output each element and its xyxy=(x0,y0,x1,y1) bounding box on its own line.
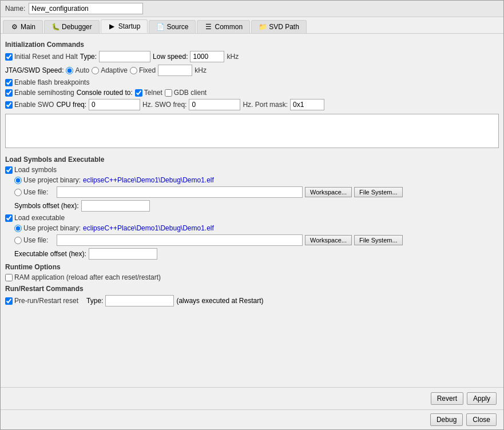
tab-startup-label: Startup xyxy=(118,22,141,30)
tabs-bar: ⚙ Main 🐛 Debugger ▶ Startup 📄 Source ☰ C… xyxy=(1,17,503,34)
use-file1-row: Use file: Workspace... File System... xyxy=(14,186,499,198)
file2-input[interactable] xyxy=(57,234,303,246)
run-restart-title: Run/Restart Commands xyxy=(5,285,499,293)
workspace1-button[interactable]: Workspace... xyxy=(305,187,352,197)
executable-offset-row: Executable offset (hex): xyxy=(14,248,499,260)
enable-swo-checkbox[interactable] xyxy=(5,101,13,109)
hz2-label: Hz. Port mask: xyxy=(243,101,288,109)
enable-semihosting-label: Enable semihosting xyxy=(5,89,74,97)
run-type-input[interactable] xyxy=(105,295,174,306)
pre-run-checkbox[interactable] xyxy=(5,297,13,305)
low-speed-input[interactable] xyxy=(190,51,224,62)
load-executable-checkbox[interactable] xyxy=(5,214,13,222)
common-icon: ☰ xyxy=(204,23,212,31)
use-project-binary1-label: Use project binary: xyxy=(14,176,81,184)
tab-common-label: Common xyxy=(215,23,243,31)
fixed-radio-label: Fixed xyxy=(130,66,156,74)
load-symbols-title: Load Symbols and Executable xyxy=(5,156,499,164)
name-label: Name: xyxy=(5,5,25,13)
use-project-binary2-label: Use project binary: xyxy=(14,224,81,232)
symbols-offset-label: Symbols offset (hex): xyxy=(14,202,79,210)
executable-offset-label: Executable offset (hex): xyxy=(14,250,86,258)
use-project-binary1-radio[interactable] xyxy=(14,177,22,184)
ram-app-checkbox[interactable] xyxy=(5,274,13,281)
tab-source[interactable]: 📄 Source xyxy=(149,20,196,33)
pre-run-row: Pre-run/Restart reset Type: (always exec… xyxy=(5,295,499,306)
init-commands-textarea[interactable] xyxy=(5,114,499,148)
debugger-icon: 🐛 xyxy=(51,23,59,31)
tab-source-label: Source xyxy=(166,23,188,31)
use-project-binary1-row: Use project binary: eclipseC++Place\Demo… xyxy=(14,176,499,184)
tab-startup[interactable]: ▶ Startup xyxy=(101,19,148,33)
always-label: (always executed at Restart) xyxy=(176,297,263,305)
use-project-binary2-radio[interactable] xyxy=(14,225,22,232)
symbols-offset-input[interactable] xyxy=(81,200,150,212)
enable-swo-row: Enable SWO CPU freq: Hz. SWO freq: Hz. P… xyxy=(5,99,499,110)
tab-common[interactable]: ☰ Common xyxy=(197,20,250,33)
type-label-1: Type: xyxy=(80,53,97,61)
debug-config-dialog: Name: ⚙ Main 🐛 Debugger ▶ Startup 📄 Sour… xyxy=(0,0,504,430)
ram-app-row: RAM application (reload after each reset… xyxy=(5,273,499,281)
auto-radio[interactable] xyxy=(66,67,73,74)
jtag-speed-row: JTAG/SWD Speed: Auto Adaptive Fixed kHz xyxy=(5,65,499,76)
tab-svdpath-label: SVD Path xyxy=(269,23,299,31)
cpu-freq-input[interactable] xyxy=(89,99,140,110)
load-symbols-checkbox[interactable] xyxy=(5,166,13,174)
load-executable-row: Load executable xyxy=(5,214,499,222)
close-button[interactable]: Close xyxy=(466,413,497,426)
gdb-checkbox[interactable] xyxy=(165,89,172,97)
filesystem2-button[interactable]: File System... xyxy=(354,235,403,245)
telnet-checkbox[interactable] xyxy=(135,89,142,97)
initial-reset-checkbox[interactable] xyxy=(5,53,13,61)
use-file1-label: Use file: xyxy=(14,188,54,196)
name-input[interactable] xyxy=(29,3,143,14)
tab-debugger[interactable]: 🐛 Debugger xyxy=(44,20,100,33)
enable-flash-label: Enable flash breakpoints xyxy=(5,78,89,86)
jtag-label: JTAG/SWD Speed: xyxy=(5,66,64,74)
tab-main[interactable]: ⚙ Main xyxy=(3,20,43,33)
executable-offset-input[interactable] xyxy=(89,248,157,260)
project-binary1-path: eclipseC++Place\Demo1\Debug\Demo1.elf xyxy=(83,176,214,184)
use-file2-radio[interactable] xyxy=(14,237,22,244)
enable-flash-checkbox[interactable] xyxy=(5,79,13,86)
pre-run-label: Pre-run/Restart reset xyxy=(5,297,78,305)
runtime-options-title: Runtime Options xyxy=(5,263,499,271)
executable-options: Use project binary: eclipseC++Place\Demo… xyxy=(5,224,499,260)
very-bottom-bar: Debug Close xyxy=(1,409,503,429)
bottom-bar: Revert Apply xyxy=(1,387,503,409)
low-speed-label: Low speed: xyxy=(153,53,188,61)
enable-semihosting-row: Enable semihosting Console routed to: Te… xyxy=(5,89,499,97)
use-file2-row: Use file: Workspace... File System... xyxy=(14,234,499,246)
port-mask-input[interactable] xyxy=(290,99,324,110)
revert-button[interactable]: Revert xyxy=(431,392,463,405)
tab-debugger-label: Debugger xyxy=(62,23,92,31)
load-executable-label: Load executable xyxy=(5,214,65,222)
gdb-label: GDB client xyxy=(165,89,207,97)
symbols-offset-row: Symbols offset (hex): xyxy=(14,200,499,212)
adaptive-radio[interactable] xyxy=(92,67,99,74)
file1-input[interactable] xyxy=(57,186,303,198)
main-content: Initialization Commands Initial Reset an… xyxy=(1,34,503,387)
hz1-label: Hz. SWO freq: xyxy=(142,101,186,109)
load-symbols-row: Load symbols xyxy=(5,166,499,174)
debug-button[interactable]: Debug xyxy=(430,413,463,426)
cpu-freq-label: CPU freq: xyxy=(56,101,86,109)
tab-svdpath[interactable]: 📁 SVD Path xyxy=(251,20,307,33)
swo-freq-input[interactable] xyxy=(189,99,240,110)
use-file1-radio[interactable] xyxy=(14,189,22,196)
ram-app-label: RAM application (reload after each reset… xyxy=(5,273,161,281)
workspace2-button[interactable]: Workspace... xyxy=(305,235,352,245)
enable-semihosting-checkbox[interactable] xyxy=(5,89,13,97)
enable-swo-label: Enable SWO xyxy=(5,101,54,109)
symbols-options: Use project binary: eclipseC++Place\Demo… xyxy=(5,176,499,212)
type-label-2: Type: xyxy=(86,297,103,305)
enable-flash-row: Enable flash breakpoints xyxy=(5,78,499,86)
apply-button[interactable]: Apply xyxy=(467,392,497,405)
main-icon: ⚙ xyxy=(10,23,18,31)
filesystem1-button[interactable]: File System... xyxy=(354,187,403,197)
load-symbols-label: Load symbols xyxy=(5,166,57,174)
fixed-speed-input[interactable] xyxy=(158,65,192,76)
fixed-radio[interactable] xyxy=(130,67,137,74)
initial-reset-type-input[interactable] xyxy=(99,51,150,62)
title-bar: Name: xyxy=(1,1,503,17)
